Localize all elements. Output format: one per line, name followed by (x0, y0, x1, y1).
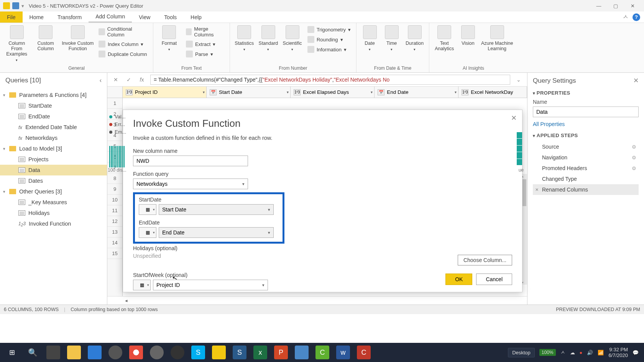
camtasia-icon[interactable]: C (313, 344, 332, 360)
dialog-close-icon[interactable]: ✕ (511, 114, 517, 122)
query-extended-date-table[interactable]: fxExtended Date Table (0, 122, 107, 133)
query-invoked-function[interactable]: 123Invoked Function (0, 218, 107, 229)
snagit-icon[interactable]: S (230, 344, 249, 360)
query-holidays[interactable]: Holidays (0, 208, 107, 218)
vision-button[interactable]: Vision (458, 25, 477, 46)
desktop-toolbar[interactable]: Desktop (508, 348, 535, 357)
formula-text[interactable]: = Table.RenameColumns(#"Changed Type",{{… (150, 75, 510, 85)
query-enddate[interactable]: EndDate (0, 111, 107, 122)
horizontal-scrollbar[interactable]: ◂ (107, 296, 527, 305)
index-column-button[interactable]: Index Column ▾ (97, 40, 149, 48)
enddate-type-select[interactable]: ▦ (139, 227, 156, 238)
properties-section[interactable]: PROPERTIES (533, 90, 639, 96)
query-group-parameters[interactable]: Parameters & Functions [4] (0, 90, 107, 100)
formula-fx-icon[interactable]: fx (137, 75, 146, 84)
save-icon[interactable] (12, 2, 19, 9)
tray-icon[interactable]: ☁ (570, 350, 575, 355)
system-clock[interactable]: 9:32 PM6/7/2020 (608, 347, 628, 358)
cancel-button[interactable]: Cancel (476, 274, 512, 285)
startofweek-column-select[interactable]: Project ID (153, 280, 268, 290)
close-button[interactable]: ✕ (624, 3, 641, 9)
column-end-date[interactable]: 📅End Date▾ (375, 87, 458, 98)
tab-view[interactable]: View (132, 11, 157, 23)
column-start-date[interactable]: 📅Start Date▾ (207, 87, 291, 98)
query-name-input[interactable] (533, 106, 639, 117)
query-group-other[interactable]: Other Queries [3] (0, 186, 107, 197)
scientific-button[interactable]: Scientific▾ (282, 25, 303, 51)
invoke-custom-function-button[interactable]: Invoke Custom Function (62, 25, 94, 51)
start-button[interactable]: ⊞ (2, 344, 21, 360)
chrome-icon[interactable] (127, 344, 146, 360)
choose-column-button[interactable]: Choose Column... (458, 255, 512, 265)
ok-button[interactable]: OK (445, 274, 472, 285)
query-group-load-to-model[interactable]: Load to Model [3] (0, 143, 107, 154)
duplicate-column-button[interactable]: Duplicate Column (97, 50, 149, 58)
standard-button[interactable]: Standard▾ (258, 25, 279, 51)
parse-button[interactable]: Parse ▾ (184, 50, 226, 58)
duration-button[interactable]: Duration▾ (404, 25, 425, 51)
statistics-button[interactable]: Statistics▾ (234, 25, 255, 51)
excel-icon[interactable]: x (251, 344, 270, 360)
query-key-measures[interactable]: _Key Measures (0, 197, 107, 208)
skype-icon[interactable]: S (189, 344, 208, 360)
tab-file[interactable]: File (0, 11, 23, 23)
tray-overflow-icon[interactable]: ㅅ (560, 349, 565, 356)
query-data[interactable]: Data (0, 165, 107, 175)
maximize-button[interactable]: ▢ (607, 3, 624, 9)
battery-indicator[interactable]: 100% (539, 349, 556, 356)
taskbar-app[interactable] (292, 344, 311, 360)
word-icon[interactable]: w (334, 344, 353, 360)
query-projects[interactable]: Projects (0, 154, 107, 165)
startofweek-type-select[interactable]: ▦ (133, 280, 151, 290)
taskbar-app[interactable]: C (354, 344, 373, 360)
tray-icon[interactable]: 🔊 (587, 350, 593, 355)
column-excel-elapsed-days[interactable]: 1²3Excel Elapsed Days▾ (291, 87, 375, 98)
column-excel-networkday[interactable]: 1²3Excel NetworkDay (458, 87, 527, 98)
column-from-examples-button[interactable]: Column From Examples▾ (4, 25, 30, 62)
tab-transform[interactable]: Transform (51, 11, 89, 23)
taskbar-app[interactable] (147, 344, 166, 360)
tray-icon[interactable]: ● (580, 350, 583, 355)
time-button[interactable]: Time▾ (382, 25, 401, 51)
step-changed-type[interactable]: Changed Type (533, 174, 639, 184)
formula-expand-icon[interactable]: ⌄ (514, 75, 523, 84)
query-startdate[interactable]: StartDate (0, 100, 107, 111)
close-settings-icon[interactable]: ✕ (633, 77, 639, 85)
new-column-name-input[interactable] (133, 156, 248, 166)
tab-tools[interactable]: Tools (157, 11, 184, 23)
query-dates[interactable]: Dates (0, 175, 107, 186)
azure-ml-button[interactable]: Azure Machine Learning (480, 25, 514, 51)
notifications-icon[interactable]: 💬 (632, 350, 639, 355)
taskbar-app[interactable] (85, 344, 104, 360)
startdate-column-select[interactable]: Start Date (159, 204, 274, 215)
collapse-queries-icon[interactable]: ‹ (100, 77, 102, 84)
column-project-id[interactable]: 1²3Project ID▾ (123, 87, 207, 98)
gear-icon[interactable]: ⚙ (632, 155, 636, 161)
taskbar-app[interactable] (106, 344, 125, 360)
format-button[interactable]: Format▾ (157, 25, 181, 51)
conditional-column-button[interactable]: Conditional Column (97, 25, 149, 38)
power-bi-icon[interactable] (209, 344, 228, 360)
text-analytics-button[interactable]: Text Analytics (433, 25, 455, 51)
enddate-column-select[interactable]: End Date (159, 227, 274, 238)
taskbar-app[interactable] (44, 344, 63, 360)
minimize-button[interactable]: — (590, 3, 607, 9)
grid-cells[interactable]: Val... Err... Em... 100 dis... ue ✕ Invo… (123, 98, 527, 296)
tray-icon[interactable]: 📶 (598, 350, 604, 355)
all-properties-link[interactable]: All Properties (533, 121, 639, 127)
trigonometry-button[interactable]: Trigonometry ▾ (306, 25, 352, 34)
step-promoted-headers[interactable]: Promoted Headers⚙ (533, 163, 639, 174)
gear-icon[interactable]: ⚙ (632, 165, 636, 171)
gear-icon[interactable]: ⚙ (632, 144, 636, 150)
formula-cancel-icon[interactable]: ✕ (111, 75, 120, 84)
information-button[interactable]: Information ▾ (306, 45, 352, 54)
startdate-type-select[interactable]: ▦ (139, 204, 156, 215)
step-source[interactable]: Source⚙ (533, 141, 639, 152)
date-button[interactable]: Date▾ (360, 25, 379, 51)
merge-columns-button[interactable]: Merge Columns (184, 25, 226, 38)
function-query-select[interactable]: Networkdays (133, 179, 248, 189)
select-all-cell[interactable] (107, 87, 123, 98)
step-renamed-columns[interactable]: Renamed Columns (533, 184, 639, 195)
custom-column-button[interactable]: Custom Column (33, 25, 58, 51)
extract-button[interactable]: Extract ▾ (184, 40, 226, 48)
